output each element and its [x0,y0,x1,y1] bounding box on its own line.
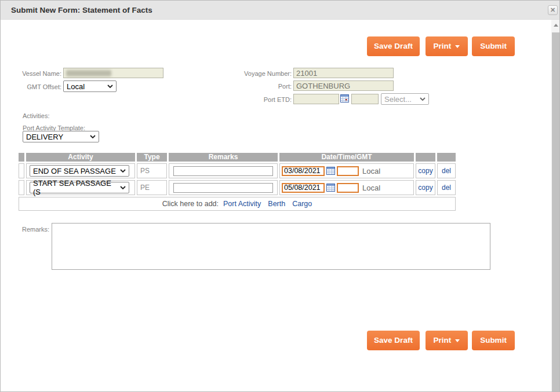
remarks-label: Remarks: [6,226,49,233]
activity-select[interactable]: END OF SEA PASSAGE [30,165,129,177]
submit-button-top[interactable]: Submit [472,36,515,56]
row-time-input[interactable] [337,183,359,193]
activity-cell: END OF SEA PASSAGE [26,163,135,178]
row-date-input[interactable] [282,166,325,176]
delete-row-link[interactable]: del [442,167,451,175]
copy-row-link[interactable]: copy [418,167,432,175]
type-cell: PS [137,163,167,178]
remarks-textarea[interactable] [52,223,490,270]
activities-section-label: Activities: [23,112,49,119]
row-handle [19,163,24,178]
type-value: PS [137,167,150,175]
add-port-activity-link[interactable]: Port Activity [223,200,261,208]
print-caret-icon [455,339,460,342]
col-header-type: Type [137,153,167,162]
activity-cell: START SEA PASSAGE (S [26,180,135,195]
activities-table: Activity Type Remarks Date/Time/GMT END … [19,153,456,211]
remarks-cell [169,180,278,195]
port-activity-template-select[interactable]: DELIVERY [23,131,99,142]
type-cell: PE [137,180,167,195]
chevron-down-icon [90,135,96,138]
datetime-cell: Local [279,180,414,195]
add-cargo-link[interactable]: Cargo [292,200,312,208]
close-icon[interactable]: ✕ [548,5,558,15]
vertical-scrollbar[interactable] [551,20,560,392]
dialog-title: Submit New Form: Statement of Facts [11,1,152,20]
gmt-offset-select[interactable]: Local [63,80,117,92]
port-etd-time-input [351,94,379,104]
save-draft-button-bottom[interactable]: Save Draft [367,331,420,350]
col-header-datetime: Date/Time/GMT [279,153,414,162]
scrollbar-thumb[interactable] [552,32,560,392]
row-gmt-label: Local [362,184,380,192]
port-etd-label: Port ETD: [221,96,292,103]
save-draft-label: Save Draft [374,42,413,50]
vessel-name-label: Vessel Name: [6,70,61,77]
row-gmt-label: Local [362,167,380,175]
chevron-down-icon [107,85,113,88]
copy-cell: copy [416,180,435,195]
save-draft-button-top[interactable]: Save Draft [367,36,420,56]
calendar-icon[interactable] [326,184,335,192]
chevron-down-icon [420,97,426,101]
row-remarks-input[interactable] [173,183,273,193]
port-label: Port: [221,83,292,90]
gmt-offset-value: Local [67,82,85,91]
save-draft-label: Save Draft [374,336,413,345]
datetime-cell: Local [279,163,414,178]
del-cell: del [437,180,456,195]
gmt-offset-label: GMT Offset: [6,83,61,90]
print-button-top[interactable]: Print [426,36,468,56]
add-row: Click here to add: Port Activity Berth C… [19,197,456,211]
col-header-del [437,153,456,162]
port-etd-zone-value: Select... [384,95,412,104]
col-header-activity: Activity [26,153,135,162]
add-berth-link[interactable]: Berth [268,200,285,208]
port-etd-date-input [293,94,339,104]
vessel-name-field [63,68,163,78]
print-caret-icon [455,45,460,48]
row-date-input[interactable] [282,183,325,193]
print-button-bottom[interactable]: Print [426,331,468,350]
chevron-down-icon [120,186,126,189]
copy-cell: copy [416,163,435,178]
activity-value: END OF SEA PASSAGE [33,167,116,175]
activity-select[interactable]: START SEA PASSAGE (S [30,182,129,193]
dialog-statement-of-facts: Submit New Form: Statement of Facts ✕ Sa… [0,0,560,392]
activity-value: START SEA PASSAGE (S [33,179,117,196]
calendar-icon[interactable] [326,167,335,175]
add-row-prompt: Click here to add: [162,200,219,208]
row-remarks-input[interactable] [173,166,273,176]
submit-button-bottom[interactable]: Submit [472,331,515,350]
port-etd-zone-select: Select... [381,93,429,105]
voyage-number-label: Voyage Number: [221,70,292,77]
print-label: Print [434,336,452,345]
vessel-name-redacted-value [66,70,111,76]
port-field [293,80,394,91]
scroll-up-arrow-icon[interactable] [554,24,558,27]
submit-label: Submit [480,42,507,50]
col-header-remarks: Remarks [169,153,278,162]
chevron-down-icon [120,169,126,173]
port-activity-template-value: DELIVERY [26,133,63,141]
delete-row-link[interactable]: del [442,184,451,192]
copy-row-link[interactable]: copy [418,184,432,192]
col-header-blank [19,153,24,162]
dialog-titlebar: Submit New Form: Statement of Facts [1,1,559,20]
calendar-icon[interactable] [340,94,349,102]
del-cell: del [437,163,456,178]
voyage-number-field [293,68,394,78]
remarks-cell [169,163,278,178]
submit-label: Submit [480,336,507,345]
print-label: Print [434,42,452,50]
row-handle [19,180,24,195]
col-header-copy [416,153,435,162]
type-value: PE [137,184,150,192]
row-time-input[interactable] [337,166,359,176]
